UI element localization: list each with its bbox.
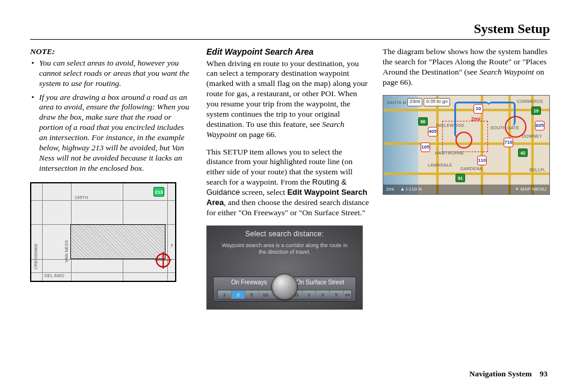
paragraph: The diagram below shows how the system h… [383,47,550,88]
current-road-label: ▲ I-110 N [397,186,512,192]
state-route-shield-icon: 91 [455,174,465,182]
city-label: GARDENA [460,167,483,172]
street-label: VAN NESS [64,240,70,262]
figure-route-map: 2mi 23mi 0:35 to go 405 110 605 710 105 … [383,95,550,195]
text: on page 66. [237,130,277,139]
street-label: DEL AMO [45,274,64,279]
map-menu-button[interactable]: ✦ MAP MENU [512,186,549,192]
dial-knob-icon[interactable] [271,274,298,300]
distance-pill: 23mi [407,98,422,106]
city-label: LAWNDALE [428,163,452,168]
figure-search-distance-ui: Select search distance: Waypoint search … [206,225,363,310]
note-heading: NOTE: [30,47,193,57]
header-rule [30,39,550,40]
figure-avoid-area-map: 195TH CRENSHAW VAN NESS WESTERN F DEL AM… [30,182,176,282]
city-label: SANTA M [387,100,406,106]
city-label: DOWNEY [522,134,542,139]
interstate-shield-icon: 105 [421,142,430,152]
page-header: System Setup [30,21,550,37]
scale-tick[interactable]: 10 [259,290,273,299]
page-number: 93 [540,369,548,378]
page-footer: Navigation System 93 [469,369,548,379]
city-label: BELLFL [529,168,546,173]
footer-label: Navigation System [469,369,532,378]
text-italic: Search Waypoint [480,67,534,76]
content-columns: NOTE: You can select areas to avoid, how… [30,47,550,310]
city-label: SOUTH GATE [490,126,519,131]
interstate-shield-icon: 605 [535,121,545,130]
street-label: 195TH [75,195,88,201]
scale-tick[interactable]: 2 [316,290,330,299]
state-route-shield-icon: 19 [531,106,541,115]
scale-tick[interactable]: 1 [303,290,316,299]
map-scale: 2mi [383,186,397,192]
paragraph: This SETUP item allows you to select the… [206,147,369,218]
map-bottom-bar: 2mi ▲ I-110 N ✦ MAP MENU [383,185,549,194]
street-label: F [171,243,174,249]
column-2: Edit Waypoint Search Area When driving e… [206,47,369,310]
text: screen, select [240,188,288,197]
eta-pill: 0:35 to go [424,98,450,106]
street-label: CRENSHAW [34,243,39,269]
trip-info-bar: 23mi 0:35 to go [407,98,450,106]
scale-tick[interactable]: 1 [218,290,232,299]
avoid-area-box [70,224,165,259]
text: , and then choose the desired search dis… [206,198,369,217]
paragraph: When driving en route to your destinatio… [206,59,369,140]
note-list: You can select areas to avoid, however y… [30,58,193,174]
city-label: HAWTHORNE [435,151,464,156]
interstate-shield-icon: 110 [477,156,487,165]
dialog-subtitle: Waypoint search area is a corridor along… [207,239,362,256]
city-label: INGLEWOOD [436,123,464,129]
interstate-shield-icon: 710 [504,138,513,147]
interstate-shield-icon: 10 [474,104,483,114]
column-1: NOTE: You can select areas to avoid, how… [30,47,193,310]
scale-tick[interactable]: 5 [245,290,259,299]
state-route-shield-icon: 90 [418,117,428,126]
state-route-shield-icon: 42 [518,149,528,157]
scale-tick[interactable]: 5 [330,290,344,299]
note-item: If you are drawing a box around a road a… [39,93,193,174]
text: When driving en route to your destinatio… [206,59,368,129]
distance-selector-bar: On Freeways 1 2 5 10 mi On Surface Stree… [213,277,356,302]
city-label: COMMERCE [517,99,543,105]
column-3: The diagram below shows how the system h… [383,47,550,310]
scale-tick-selected[interactable]: 2 [232,290,245,299]
freeways-scale[interactable]: 1 2 5 10 mi [217,290,281,299]
corridor-width-label: 2mi [471,116,481,123]
scale-unit: mi [344,290,351,299]
note-item: You can select areas to avoid, however y… [39,58,193,89]
surface-scale[interactable]: 1/2 1 2 5 mi [288,290,352,299]
page-title: System Setup [474,21,550,36]
section-heading: Edit Waypoint Search Area [206,47,369,58]
dialog-title: Select search distance: [207,226,362,239]
target-crosshair-icon [156,253,170,268]
route-shield-icon: 213 [153,187,164,197]
